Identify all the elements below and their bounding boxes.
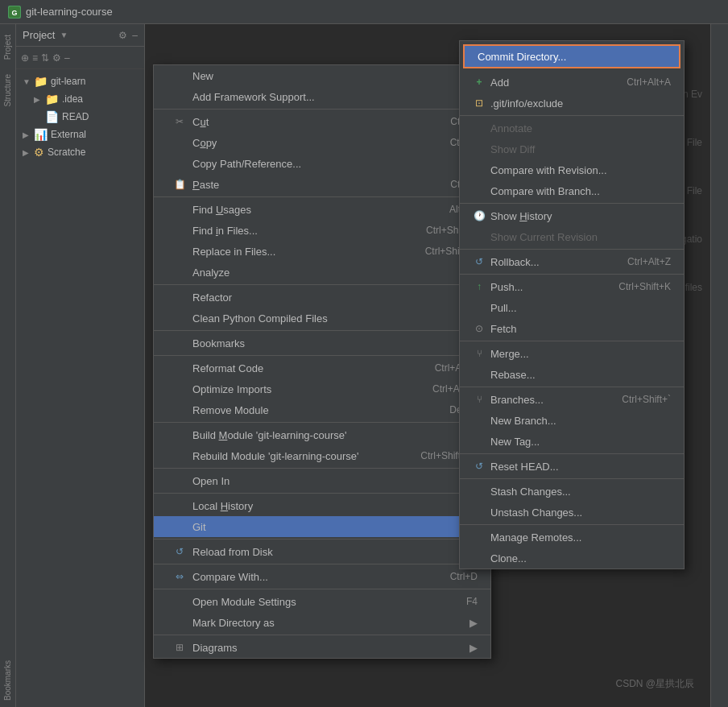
menu-item-new-branch[interactable]: New Branch... [460, 410, 684, 431]
menu-item-find-usages[interactable]: Find Usages Alt+F7 [154, 199, 490, 220]
shortcut: Ctrl+Alt+Z [627, 256, 671, 267]
menu-item-clone[interactable]: Clone... [460, 548, 684, 568]
tree-item-readme[interactable]: ▶ 📄 READ [16, 108, 144, 126]
panel-header: Project ▼ ⚙ – [16, 24, 144, 47]
menu-label: Bookmarks [192, 337, 463, 349]
folder-icon: 📁 [45, 93, 59, 105]
menu-item-add[interactable]: + Add Ctrl+Alt+A [460, 72, 684, 93]
menu-item-compare-branch[interactable]: Compare with Branch... [460, 180, 684, 201]
menu-item-manage-remotes[interactable]: Manage Remotes... [460, 527, 684, 548]
menu-item-reformat[interactable]: Reformat Code Ctrl+Alt+L [154, 358, 490, 378]
panel-close-icon[interactable]: – [132, 30, 138, 41]
menu-item-local-history[interactable]: Local History ▶ [154, 495, 490, 516]
paste-icon: 📋 [173, 179, 186, 190]
menu-label: New Branch... [490, 415, 671, 427]
menu-item-analyze[interactable]: Analyze ▶ [154, 262, 490, 283]
menu-label: Annotate [490, 122, 671, 134]
branches-icon: ⑂ [473, 394, 486, 405]
menu-label: Mark Directory as [192, 617, 463, 629]
menu-item-bookmarks[interactable]: Bookmarks ▶ [154, 333, 490, 354]
separator [460, 478, 684, 479]
menu-item-pull[interactable]: Pull... [460, 297, 684, 318]
menu-item-cut[interactable]: ✂ Cut Ctrl+X [154, 111, 490, 132]
tree-arrow: ▶ [23, 148, 31, 157]
menu-item-gitexclude[interactable]: ⊡ .git/info/exclude [460, 93, 684, 114]
menu-item-find-files[interactable]: Find in Files... Ctrl+Shift+F [154, 220, 490, 241]
menu-label: Find Usages [192, 204, 443, 216]
menu-item-refactor[interactable]: Refactor ▶ [154, 287, 490, 308]
menu-item-rebase[interactable]: Rebase... [460, 364, 684, 385]
menu-label: Clean Python Compiled Files [192, 312, 478, 325]
menu-item-push[interactable]: ↑ Push... Ctrl+Shift+K [460, 276, 684, 297]
menu-label: Unstash Changes... [490, 506, 671, 519]
menu-item-paste[interactable]: 📋 Paste Ctrl+V [154, 174, 490, 195]
menu-item-rollback[interactable]: ↺ Rollback... Ctrl+Alt+Z [460, 251, 684, 272]
menu-label: Open In [192, 475, 463, 487]
sort-icon[interactable]: ⇅ [41, 52, 49, 64]
menu-item-diagrams[interactable]: ⊞ Diagrams ▶ [154, 637, 490, 658]
menu-label: Compare with Revision... [490, 164, 671, 176]
separator [154, 493, 490, 494]
menu-item-build[interactable]: Build Module 'git-learning-course' [154, 424, 490, 445]
menu-label: Rebuild Module 'git-learning-course' [192, 450, 414, 462]
menu-item-replace[interactable]: Replace in Files... Ctrl+Shift+R [154, 241, 490, 262]
menu-item-reset-head[interactable]: ↺ Reset HEAD... [460, 456, 684, 477]
menu-item-compare-revision[interactable]: Compare with Revision... [460, 159, 684, 180]
tree-arrow: ▶ [23, 130, 31, 139]
tree-item-scratch[interactable]: ▶ ⚙ Scratche [16, 143, 144, 161]
menu-label: Stash Changes... [490, 486, 671, 498]
locate-icon[interactable]: ⊕ [21, 52, 29, 64]
separator [460, 274, 684, 275]
menu-item-new-tag[interactable]: New Tag... [460, 431, 684, 452]
menu-item-open-in[interactable]: Open In ▶ [154, 470, 490, 491]
menu-item-commit-directory[interactable]: Commit Directory... [463, 44, 680, 68]
menu-label: Show History [490, 210, 671, 222]
menu-item-stash[interactable]: Stash Changes... [460, 481, 684, 502]
history-icon: 🕐 [473, 210, 486, 221]
separator [154, 539, 490, 540]
menu-item-mark-directory[interactable]: Mark Directory as ▶ [154, 612, 490, 633]
menu-item-show-history[interactable]: 🕐 Show History [460, 205, 684, 226]
menu-item-rebuild[interactable]: Rebuild Module 'git-learning-course' Ctr… [154, 445, 490, 466]
shortcut: Ctrl+D [450, 571, 478, 582]
menu-item-git[interactable]: Git ▶ [154, 516, 490, 537]
menu-item-fetch[interactable]: ⊙ Fetch [460, 318, 684, 339]
menu-item-merge[interactable]: ⑂ Merge... [460, 343, 684, 364]
submenu-arrow: ▶ [469, 617, 478, 629]
project-panel: Project ▼ ⚙ – ⊕ ≡ ⇅ ⚙ – ▼ 📁 git-learn ▶ … [16, 24, 145, 707]
sidebar-tab-bookmarks[interactable]: Bookmarks [1, 654, 14, 707]
panel-dropdown-icon[interactable]: ▼ [60, 31, 68, 39]
shortcut: Ctrl+Shift+K [618, 281, 671, 292]
panel-settings-icon[interactable]: ⚙ [118, 30, 127, 41]
tree-label: git-learn [51, 76, 85, 87]
shortcut: Ctrl+Shift+` [622, 394, 671, 405]
menu-item-optimize[interactable]: Optimize Imports Ctrl+Alt+O [154, 378, 490, 399]
menu-label: Compare With... [192, 571, 444, 583]
menu-item-add-framework[interactable]: Add Framework Support... [154, 86, 490, 107]
menu-item-reload[interactable]: ↺ Reload from Disk [154, 541, 490, 562]
minimize-icon[interactable]: – [64, 52, 70, 64]
push-icon: ↑ [473, 281, 486, 292]
menu-label: Replace in Files... [192, 246, 419, 258]
menu-item-new[interactable]: New ▶ [154, 65, 490, 86]
menu-item-clean[interactable]: Clean Python Compiled Files [154, 308, 490, 329]
separator [460, 387, 684, 387]
menu-item-compare[interactable]: ⇔ Compare With... Ctrl+D [154, 566, 490, 587]
collapse-icon[interactable]: ≡ [32, 52, 38, 64]
tree-item-idea[interactable]: ▶ 📁 .idea [16, 90, 144, 108]
tree-item-root[interactable]: ▼ 📁 git-learn [16, 72, 144, 90]
tree-label: READ [62, 111, 89, 122]
sidebar-tab-project[interactable]: Project [1, 28, 14, 66]
tree-label: Scratche [48, 147, 85, 158]
menu-item-copy[interactable]: Copy Ctrl+C [154, 132, 490, 153]
menu-item-open-module-settings[interactable]: Open Module Settings F4 [154, 591, 490, 612]
settings-icon[interactable]: ⚙ [52, 52, 61, 64]
menu-item-copy-path[interactable]: Copy Path/Reference... [154, 153, 490, 174]
tree-item-external[interactable]: ▶ 📊 External [16, 126, 144, 143]
menu-item-unstash[interactable]: Unstash Changes... [460, 502, 684, 523]
menu-item-remove-module[interactable]: Remove Module Delete [154, 399, 490, 420]
menu-item-branches[interactable]: ⑂ Branches... Ctrl+Shift+` [460, 389, 684, 410]
separator [154, 330, 490, 331]
sidebar-tab-structure[interactable]: Structure [1, 68, 14, 114]
add-icon: + [473, 76, 486, 88]
